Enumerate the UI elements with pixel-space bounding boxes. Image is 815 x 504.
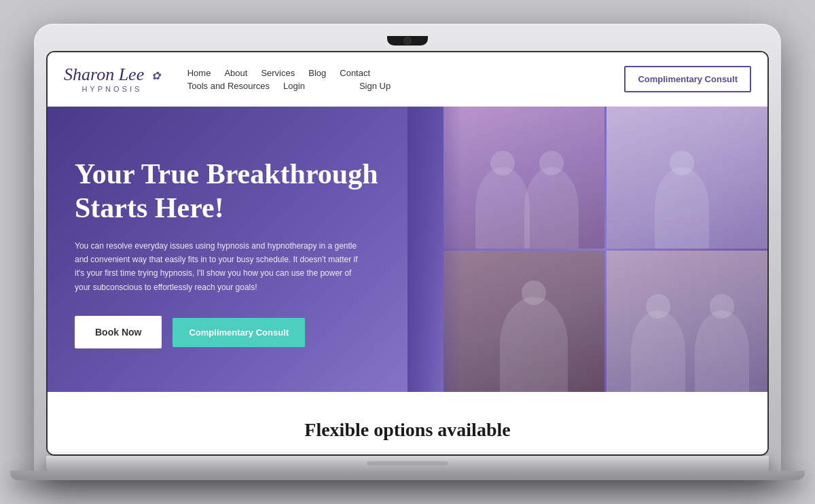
nav-cta-area: Complimentary Consult: [624, 66, 751, 92]
hero-left: Your True Breakthrough Starts Here! You …: [48, 107, 443, 392]
hero-complimentary-button[interactable]: Complimentary Consult: [173, 318, 305, 347]
nav-about[interactable]: About: [224, 68, 247, 78]
nav-home[interactable]: Home: [187, 68, 211, 78]
navigation: Sharon Lee ✿ HYPNOSIS Home About Service…: [48, 52, 767, 107]
hero-body: You can resolve everyday issues using hy…: [75, 239, 360, 295]
nav-signup[interactable]: Sign Up: [359, 81, 391, 91]
hero-buttons: Book Now Complimentary Consult: [75, 316, 416, 348]
photo-grid: [443, 107, 767, 392]
nav-links: Home About Services Blog Contact Tools a…: [187, 68, 625, 91]
flexible-section: Flexible options available: [48, 392, 767, 454]
nav-login[interactable]: Login: [283, 81, 305, 91]
camera-notch: [387, 36, 428, 46]
nav-rows: Home About Services Blog Contact Tools a…: [187, 68, 391, 91]
book-now-button[interactable]: Book Now: [75, 316, 162, 348]
laptop-screen: Sharon Lee ✿ HYPNOSIS Home About Service…: [46, 51, 769, 456]
hero-headline: Your True Breakthrough Starts Here!: [75, 157, 416, 226]
photo-4: [606, 251, 767, 393]
nav-bottom-row: Tools and Resources Login Sign Up: [187, 81, 391, 91]
laptop-shell: Sharon Lee ✿ HYPNOSIS Home About Service…: [34, 24, 781, 480]
lotus-icon: ✿: [151, 71, 160, 82]
site-logo[interactable]: Sharon Lee ✿ HYPNOSIS: [64, 66, 160, 93]
hero-right: [443, 107, 767, 392]
flexible-heading: Flexible options available: [61, 419, 754, 441]
nav-blog[interactable]: Blog: [308, 68, 326, 78]
brand-script: Sharon Lee ✿: [64, 66, 160, 84]
nav-top-row: Home About Services Blog Contact: [187, 68, 391, 78]
laptop-base: [46, 456, 769, 471]
brand-sub: HYPNOSIS: [64, 85, 160, 93]
photo-3: [443, 251, 604, 393]
photo-1: [443, 107, 604, 249]
complimentary-consult-button[interactable]: Complimentary Consult: [624, 66, 751, 92]
nav-tools[interactable]: Tools and Resources: [187, 81, 270, 91]
laptop-bottom-bar: [10, 471, 805, 480]
hero-section: Your True Breakthrough Starts Here! You …: [48, 107, 767, 392]
nav-services[interactable]: Services: [261, 68, 295, 78]
photo-2: [606, 107, 767, 249]
trackpad: [367, 461, 448, 465]
website-content: Sharon Lee ✿ HYPNOSIS Home About Service…: [48, 52, 767, 454]
nav-contact[interactable]: Contact: [340, 68, 370, 78]
